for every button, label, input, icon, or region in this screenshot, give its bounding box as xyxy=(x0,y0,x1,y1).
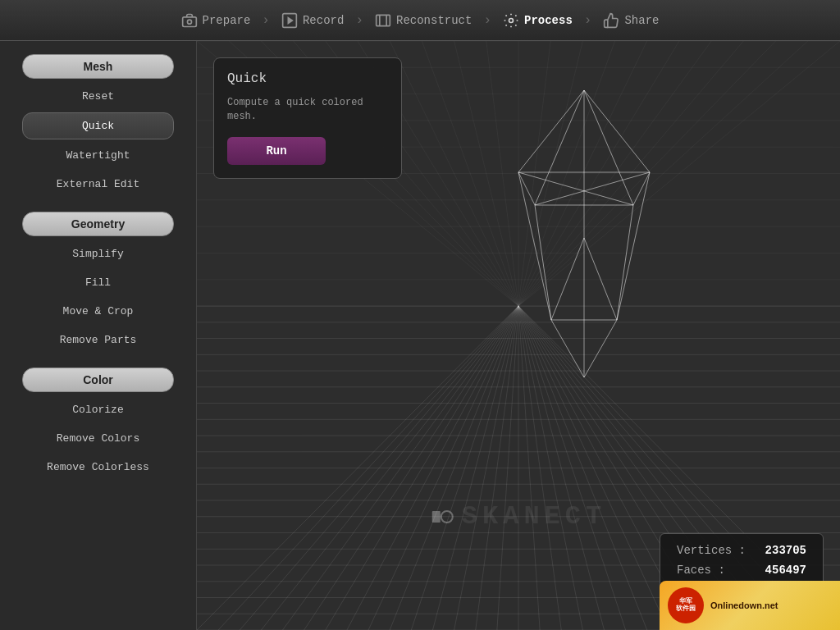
film-icon xyxy=(375,12,391,29)
simplify-button[interactable]: Simplify xyxy=(22,241,174,267)
top-navigation: Prepare › Record › Reconstruct › Process… xyxy=(0,0,840,41)
panel-title: Quick xyxy=(227,71,388,86)
vertices-row: Vertices : 233705 xyxy=(677,544,806,557)
nav-process[interactable]: Process xyxy=(488,0,587,40)
svg-line-29 xyxy=(518,172,551,320)
divider-2 xyxy=(7,356,189,363)
vertices-value: 233705 xyxy=(765,544,806,557)
panel-description: Compute a quick colored mesh. xyxy=(227,96,388,124)
external-edit-button[interactable]: External Edit xyxy=(22,171,174,197)
watermark: SKANECT xyxy=(431,501,606,532)
divider-1 xyxy=(7,200,189,207)
svg-line-24 xyxy=(584,238,617,320)
svg-marker-3 xyxy=(288,17,292,23)
svg-line-10 xyxy=(535,90,584,205)
svg-line-21 xyxy=(535,205,551,320)
nav-record[interactable]: Record xyxy=(267,0,358,40)
thumb-icon xyxy=(603,12,619,29)
svg-line-15 xyxy=(518,172,535,205)
huajun-text: Onlinedown.net xyxy=(710,600,778,610)
nav-reconstruct[interactable]: Reconstruct xyxy=(360,0,486,40)
svg-point-9 xyxy=(441,511,453,523)
main-layout: Mesh Reset Quick Watertight External Edi… xyxy=(0,41,840,630)
watertight-button[interactable]: Watertight xyxy=(22,143,174,168)
record-icon xyxy=(281,12,298,29)
quick-panel: Quick Compute a quick colored mesh. Run xyxy=(213,57,402,179)
nav-share[interactable]: Share xyxy=(588,0,673,40)
nav-reconstruct-label: Reconstruct xyxy=(396,14,472,27)
colorize-button[interactable]: Colorize xyxy=(22,397,174,422)
nav-record-label: Record xyxy=(303,14,344,27)
nav-share-label: Share xyxy=(624,14,659,27)
svg-rect-8 xyxy=(432,511,441,523)
svg-line-20 xyxy=(535,172,650,205)
remove-colorless-button[interactable]: Remove Colorless xyxy=(22,454,174,480)
svg-line-12 xyxy=(518,90,584,172)
faces-label: Faces : xyxy=(677,564,725,577)
reset-button[interactable]: Reset xyxy=(22,84,174,109)
svg-point-7 xyxy=(509,18,514,22)
color-section-button[interactable]: Color xyxy=(22,368,174,392)
svg-line-11 xyxy=(584,90,633,205)
svg-rect-4 xyxy=(377,15,390,25)
huajun-popup[interactable]: 华军软件园 Onlinedown.net xyxy=(660,581,840,630)
wireframe-figure xyxy=(469,74,699,390)
quick-button[interactable]: Quick xyxy=(22,112,174,139)
remove-colors-button[interactable]: Remove Colors xyxy=(22,426,174,451)
svg-line-13 xyxy=(584,90,650,172)
svg-line-17 xyxy=(633,172,650,205)
svg-line-30 xyxy=(617,172,650,320)
fill-button[interactable]: Fill xyxy=(22,270,174,295)
faces-row: Faces : 456497 xyxy=(677,564,806,577)
svg-rect-0 xyxy=(182,16,196,26)
camera-icon xyxy=(181,12,198,29)
svg-line-27 xyxy=(584,320,617,377)
svg-point-1 xyxy=(187,20,191,24)
faces-value: 456497 xyxy=(765,564,806,577)
nav-prepare[interactable]: Prepare xyxy=(167,0,266,40)
nav-process-label: Process xyxy=(524,14,573,27)
move-crop-button[interactable]: Move & Crop xyxy=(22,299,174,324)
svg-line-26 xyxy=(551,320,584,377)
svg-line-19 xyxy=(518,172,633,205)
gear-icon xyxy=(503,12,519,29)
sidebar: Mesh Reset Quick Watertight External Edi… xyxy=(0,41,197,630)
watermark-text: SKANECT xyxy=(462,501,606,532)
nav-prepare-label: Prepare xyxy=(203,14,251,27)
svg-line-22 xyxy=(617,205,633,320)
geometry-section-button[interactable]: Geometry xyxy=(22,212,174,236)
run-button[interactable]: Run xyxy=(227,137,326,165)
huajun-logo: 华军软件园 xyxy=(668,587,704,623)
vertices-label: Vertices : xyxy=(677,544,746,557)
mesh-section-button[interactable]: Mesh xyxy=(22,54,174,79)
svg-line-23 xyxy=(551,238,584,320)
remove-parts-button[interactable]: Remove Parts xyxy=(22,327,174,353)
3d-viewport[interactable]: SKANECT xyxy=(197,41,840,630)
